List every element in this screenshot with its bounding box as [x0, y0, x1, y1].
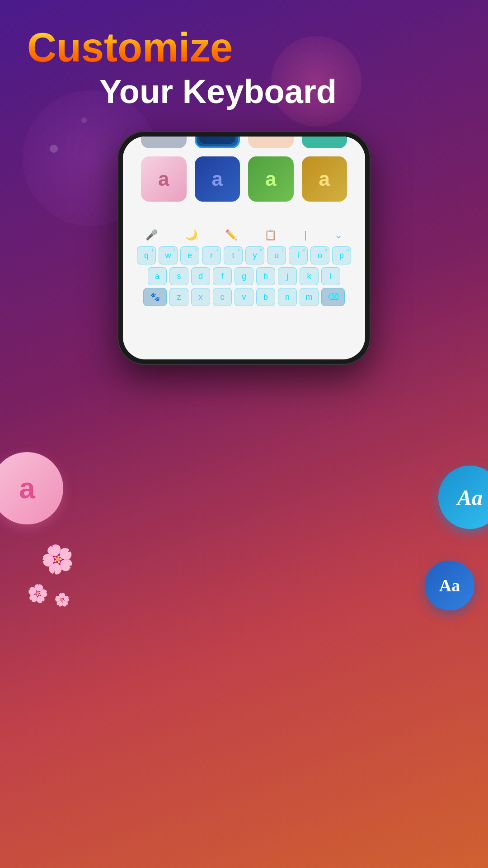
key-l[interactable]: l: [321, 267, 340, 285]
key-j[interactable]: j: [278, 267, 297, 285]
keyboard-row-1: 1q 2w 3e 4r 5t 6y 7u 8i 9o 0p: [127, 246, 361, 264]
key-o[interactable]: 9o: [310, 246, 329, 264]
key-z[interactable]: z: [169, 288, 188, 306]
keyboard-keys: 1q 2w 3e 4r 5t 6y 7u 8i 9o 0p a s: [123, 245, 365, 311]
key-i[interactable]: 8i: [289, 246, 308, 264]
collapse-button[interactable]: ⌄: [334, 229, 343, 241]
style-darkblue[interactable]: a: [195, 156, 240, 202]
key-b[interactable]: b: [256, 288, 275, 306]
key-q[interactable]: 1q: [137, 246, 156, 264]
key-e[interactable]: 3e: [180, 246, 199, 264]
key-s[interactable]: s: [169, 267, 188, 285]
floating-a-circle: a: [0, 452, 63, 524]
style-teal[interactable]: a: [302, 137, 347, 148]
phone-frame: 9:41 ▪▪▪▪ 📶 ‹ Edit keyboard ✓: [117, 131, 371, 365]
key-p[interactable]: 0p: [332, 246, 351, 264]
keyboard-toolbar: 🎤 🌙 ✏️ 📋 | ⌄: [123, 224, 365, 245]
cherry-blossom-small: 🌸: [54, 592, 70, 607]
divider: |: [304, 229, 307, 241]
key-k[interactable]: k: [300, 267, 319, 285]
style-blue[interactable]: a: [195, 137, 240, 148]
clock-button[interactable]: 🌙: [185, 229, 197, 241]
style-green[interactable]: a: [248, 156, 294, 202]
phone-screen: 9:41 ▪▪▪▪ 📶 ‹ Edit keyboard ✓: [123, 137, 365, 359]
phone-mockup: 9:41 ▪▪▪▪ 📶 ‹ Edit keyboard ✓: [117, 131, 371, 365]
keyboard-style-grid: a a a a a a: [141, 137, 347, 202]
style-peach[interactable]: a: [248, 137, 294, 148]
key-a[interactable]: a: [148, 267, 167, 285]
key-m[interactable]: m: [300, 288, 319, 306]
style-gold[interactable]: a: [302, 156, 347, 202]
key-w[interactable]: 2w: [159, 246, 178, 264]
key-y[interactable]: 6y: [245, 246, 264, 264]
edit-button[interactable]: ✏️: [225, 229, 237, 241]
key-c[interactable]: c: [213, 288, 232, 306]
mic-button[interactable]: 🎤: [145, 229, 158, 241]
key-r[interactable]: 4r: [202, 246, 221, 264]
key-v[interactable]: v: [235, 288, 253, 306]
key-d[interactable]: d: [191, 267, 210, 285]
header-area: Customize Your Keyboard: [27, 27, 461, 111]
floating-font-badge: Aa: [438, 466, 488, 529]
keyboard-row-3: 🐾 z x c v b n m ⌫: [127, 288, 361, 306]
customize-title: Customize: [27, 27, 233, 68]
style-gray[interactable]: a: [141, 137, 187, 148]
floating-font-badge2: Aa: [425, 561, 474, 610]
keyboard-row-2: a s d f g h j k l: [127, 267, 361, 285]
clipboard-button[interactable]: 📋: [264, 229, 277, 241]
key-shift[interactable]: 🐾: [143, 288, 167, 306]
key-h[interactable]: h: [256, 267, 275, 285]
style-pink[interactable]: a: [141, 156, 187, 202]
key-delete[interactable]: ⌫: [321, 288, 345, 306]
key-u[interactable]: 7u: [267, 246, 286, 264]
key-n[interactable]: n: [278, 288, 297, 306]
cherry-blossom-large: 🌸: [36, 538, 79, 579]
cherry-blossom-medium: 🌸: [26, 581, 50, 604]
key-x[interactable]: x: [191, 288, 210, 306]
keyboard-subtitle: Your Keyboard: [99, 72, 461, 111]
key-g[interactable]: g: [235, 267, 253, 285]
key-f[interactable]: f: [213, 267, 232, 285]
key-t[interactable]: 5t: [224, 246, 243, 264]
